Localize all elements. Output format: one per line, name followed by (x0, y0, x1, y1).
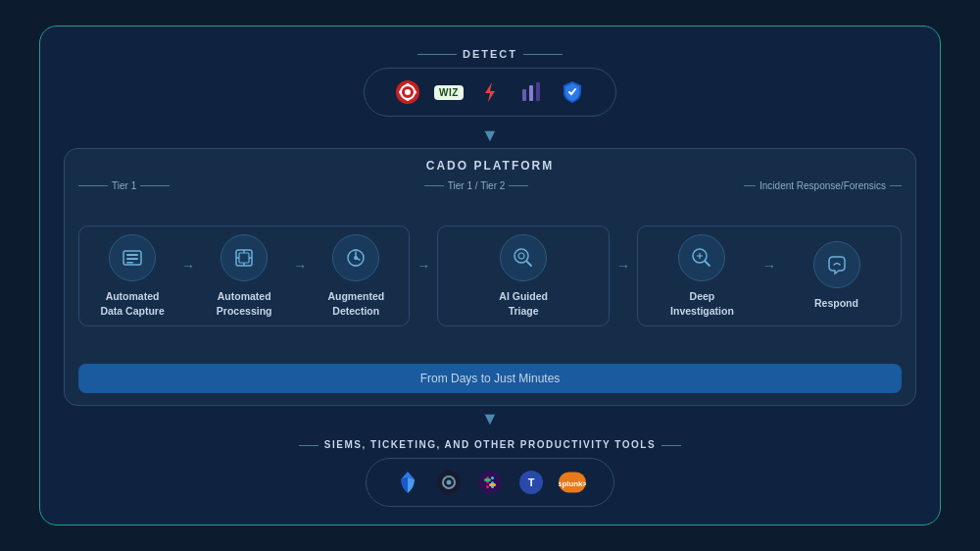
step-respond: Respond (778, 241, 895, 310)
days-banner: From Days to Just Minutes (78, 364, 902, 393)
svg-text:T: T (528, 476, 535, 488)
aug-detect-label: AugmentedDetection (327, 289, 384, 317)
auto-proc-icon (220, 234, 268, 281)
step-auto-proc: AutomatedProcessing (197, 234, 291, 317)
tier12-group: AI GuidedTriage (437, 225, 610, 326)
splunk-icon: splunk> (559, 469, 586, 496)
svg-rect-5 (414, 91, 416, 94)
detect-arrow: ▼ (481, 126, 499, 144)
svg-rect-11 (126, 254, 138, 256)
siems-label: SIEMS, TICKETING, AND OTHER PRODUCTIVITY… (324, 439, 656, 450)
step-ai-triage: AI GuidedTriage (448, 234, 599, 317)
svg-rect-4 (399, 91, 402, 94)
tirir-group: DeepInvestigation → Respond (637, 225, 902, 326)
cado-platform-box: CADO PLATFORM Tier 1 Tier 1 / Tier 2 Inc… (64, 148, 916, 406)
svg-rect-13 (126, 262, 133, 264)
svg-rect-3 (407, 98, 410, 101)
aug-detect-icon (332, 234, 379, 281)
svg-rect-7 (522, 89, 526, 101)
respond-label: Respond (814, 296, 858, 310)
svg-point-21 (354, 256, 358, 260)
svg-point-24 (518, 253, 524, 259)
teams-icon: T (517, 469, 545, 496)
tier1-label: Tier 1 (78, 180, 170, 191)
detect-label: DETECT (463, 48, 517, 60)
ai-triage-label: AI GuidedTriage (499, 289, 548, 317)
svg-point-32 (478, 471, 502, 494)
auto-data-icon (109, 234, 156, 281)
svg-rect-8 (529, 85, 533, 101)
deep-inv-icon (678, 234, 725, 281)
svg-rect-2 (407, 83, 410, 86)
tier12-label: Tier 1 / Tier 2 (424, 180, 529, 191)
opsgenie-icon (435, 469, 463, 496)
step-deep-inv: DeepInvestigation (644, 234, 760, 317)
respond-icon (813, 241, 860, 288)
svg-point-31 (447, 480, 452, 485)
jira-icon (394, 469, 421, 496)
siems-pill: T splunk> (366, 458, 614, 507)
svg-rect-12 (126, 258, 138, 260)
tier1-group: AutomatedData Capture → (78, 225, 410, 326)
ai-triage-icon (500, 234, 547, 281)
tier-arrow2: → (613, 258, 633, 274)
svg-point-1 (405, 89, 411, 95)
svg-rect-37 (484, 478, 491, 481)
wiz-icon: WIZ (435, 78, 463, 106)
tier-arrow1: → (414, 258, 433, 274)
arrow5: → (760, 258, 778, 274)
svg-marker-6 (485, 82, 495, 102)
step-aug-detect: AugmentedDetection (309, 234, 403, 317)
slack-icon (476, 469, 504, 496)
svg-rect-36 (491, 476, 494, 479)
vectra-icon (517, 78, 545, 106)
cado-title: CADO PLATFORM (78, 159, 902, 173)
detect-section: DETECT WIZ (364, 48, 616, 117)
deep-inv-label: DeepInvestigation (670, 289, 734, 317)
main-card: DETECT WIZ (39, 25, 941, 526)
auto-proc-label: AutomatedProcessing (217, 289, 272, 317)
svg-rect-9 (536, 82, 540, 101)
auto-data-label: AutomatedData Capture (100, 289, 164, 317)
svg-rect-15 (239, 253, 249, 263)
svg-text:splunk>: splunk> (559, 479, 586, 488)
siems-section: SIEMS, TICKETING, AND OTHER PRODUCTIVITY… (324, 439, 656, 507)
cado-icon (394, 78, 421, 106)
rapid-icon (476, 78, 504, 106)
cado-arrow: ▼ (481, 410, 499, 427)
arrow2: → (291, 258, 309, 274)
tirir-label: Incident Response/Forensics (744, 180, 902, 191)
svg-rect-38 (489, 483, 496, 486)
detect-pill: WIZ (364, 68, 616, 117)
arrow1: → (179, 258, 197, 274)
svg-line-26 (706, 262, 710, 267)
svg-line-23 (527, 262, 532, 267)
step-auto-data: AutomatedData Capture (85, 234, 179, 317)
defender-icon (559, 78, 586, 106)
svg-rect-34 (486, 485, 489, 488)
